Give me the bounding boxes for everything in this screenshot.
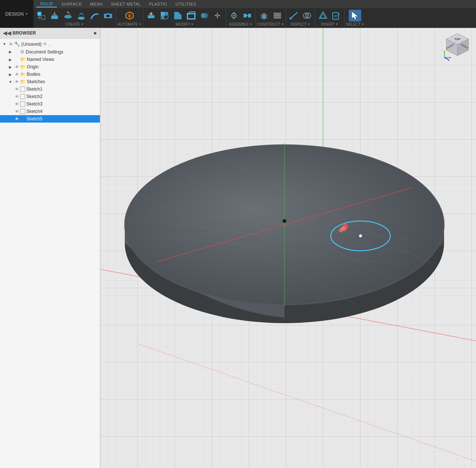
revolve-button[interactable] [62,10,74,22]
tree-eye-origin[interactable]: 👁 [13,65,20,69]
tab-utilities[interactable]: UTILITIES [172,1,200,7]
offset-plane-button[interactable] [258,10,270,22]
svg-marker-19 [149,12,153,15]
tree-item-doc-settings[interactable]: ▶ 👁 ⚙ Document Settings [0,48,100,56]
construct-group-label[interactable]: CONSTRUCT ▼ [257,22,284,26]
tree-item-sketch4[interactable]: 👁 Sketch4 [0,108,100,115]
joint-button[interactable] [228,10,240,22]
view-cube[interactable]: TOP RIGHT FRONT [443,32,472,61]
tree-eye-sketch4[interactable]: 👁 [13,109,20,114]
tree-label-bodies: Bodies [27,72,40,77]
tree-item-bodies[interactable]: ▶ 👁 📁 Bodies [0,71,100,78]
select-group-label[interactable]: SELECT ▼ [346,22,364,26]
loft-button[interactable] [75,10,88,22]
tree-item-sketch2[interactable]: 👁 Sketch2 [0,93,100,100]
tree-eye-sketches[interactable]: 👁 [13,79,20,84]
insert-label-text: INSERT [321,22,335,26]
tree-item-sketches[interactable]: ▼ 👁 📁 Sketches [0,78,100,85]
tab-plastic[interactable]: PLASTIC [145,1,171,7]
tree-item-sketch1[interactable]: 👁 Sketch1 [0,85,100,93]
tree-label-sketches: Sketches [27,79,45,84]
browser-settings-icon[interactable]: ● [93,30,97,36]
tree-label-named-views: Named Views [27,57,54,62]
browser-collapse-icon[interactable]: ◀◀ [3,30,11,36]
tree-eye-sketch3[interactable]: 👁 [13,102,20,106]
insert-svg-icon [331,10,342,21]
automate-group-label[interactable]: AUTOMATE ▼ [118,22,142,26]
tab-surface[interactable]: SURFACE [58,1,85,7]
press-pull-button[interactable] [145,10,157,22]
browser-panel: ◀◀ BROWSER ● ▼ 👁 🔧 (Unsaved) ⚙ … ▶ [0,28,100,468]
combine-button[interactable] [198,10,211,22]
interference-button[interactable] [301,10,313,22]
tree-item-root[interactable]: ▼ 👁 🔧 (Unsaved) ⚙ … [0,40,100,48]
tree-label-doc-settings: Document Settings [26,49,63,55]
create-group-label[interactable]: CREATE ▼ [65,22,84,26]
fillet-button[interactable] [158,10,171,22]
assemble-caret: ▼ [250,23,252,26]
midplane-icon [272,10,283,21]
insert-group-label[interactable]: INSERT ▼ [321,22,338,26]
root-settings-icon[interactable]: ⚙ [43,42,47,46]
svg-marker-25 [188,12,195,14]
inspect-group-label[interactable]: INSPECT ▼ [290,22,310,26]
chamfer-button[interactable] [172,10,184,22]
tree-toggle-origin[interactable]: ▶ [7,65,13,69]
create-label-text: CREATE [65,22,80,26]
create-icons [35,10,114,22]
automate-button[interactable] [123,10,136,22]
automate-icon [124,10,135,21]
modify-group-label[interactable]: MODIFY ▼ [176,22,194,26]
rigid-group-icon [242,10,252,21]
tab-solid[interactable]: SOLID [36,1,57,7]
rigid-group-button[interactable] [241,10,254,22]
hole-icon [103,10,113,21]
svg-marker-49 [320,14,326,18]
root-more-icon[interactable]: … [48,42,52,46]
tree-toggle-sketches[interactable]: ▼ [7,80,13,84]
tree-eye-bodies[interactable]: 👁 [13,72,20,77]
extrude-button[interactable] [48,10,61,22]
tree-eye-sketch2[interactable]: 👁 [13,94,20,99]
new-component-button[interactable] [35,10,48,22]
select-icons [349,10,361,22]
move-button[interactable]: ✛ [212,10,224,22]
tree-item-sketch5[interactable]: 👁 Sketch5 [0,115,100,123]
tree-eye-sketch5[interactable]: 👁 [13,117,20,121]
tree-toggle-bodies[interactable]: ▶ [7,72,13,77]
shell-button[interactable] [185,10,198,22]
svg-rect-13 [91,17,92,19]
svg-text:✛: ✛ [214,12,221,20]
svg-point-30 [233,15,235,16]
design-chevron: ▼ [25,12,28,16]
tab-sheet-metal[interactable]: SHEET METAL [107,1,145,7]
tree-eye-root[interactable]: 👁 [7,42,14,46]
inspect-label-text: INSPECT [290,22,306,26]
design-menu-button[interactable]: DESIGN ▼ [0,0,33,28]
offset-plane-icon [259,10,269,21]
tree-item-sketch3[interactable]: 👁 Sketch3 [0,100,100,108]
insert-mesh-button[interactable] [317,10,329,22]
modify-caret: ▼ [191,23,194,26]
insert-svg-button[interactable] [330,10,343,22]
tree-label-sketch3: Sketch3 [26,101,42,107]
tree-item-origin[interactable]: ▶ 👁 📁 Origin [0,63,100,71]
group-assemble: ASSEMBLE ▼ [226,8,255,28]
sweep-button[interactable] [88,10,101,22]
measure-button[interactable] [287,10,300,22]
tree-item-named-views[interactable]: ▶ 👁 📁 Named Views [0,56,100,63]
tree-eye-sketch1[interactable]: 👁 [13,87,20,91]
tree-toggle-root[interactable]: ▼ [1,42,7,46]
3d-model [100,28,476,468]
tree-toggle-doc-settings[interactable]: ▶ [7,50,13,54]
hole-button[interactable] [102,10,114,22]
assemble-group-label[interactable]: ASSEMBLE ▼ [229,22,252,26]
tree-toggle-named-views[interactable]: ▶ [7,58,13,62]
sweep-icon [89,10,100,21]
select-button[interactable] [349,10,361,22]
sketch3-icon [20,101,25,107]
viewport[interactable]: TOP RIGHT FRONT [100,28,476,468]
construct-icons [258,10,284,22]
tab-mesh[interactable]: MESH [87,1,107,7]
midplane-button[interactable] [271,10,284,22]
